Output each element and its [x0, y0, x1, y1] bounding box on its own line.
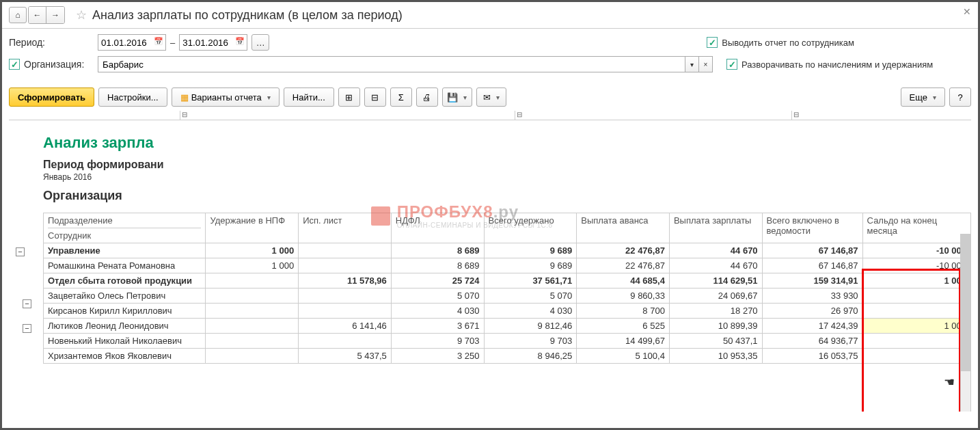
col-total-included: Всего включено в ведомости	[762, 213, 862, 243]
home-button[interactable]: ⌂	[9, 7, 27, 23]
tool-save-icon[interactable]: 💾	[442, 88, 472, 107]
help-button[interactable]: ?	[949, 88, 971, 107]
table-row[interactable]: Управление1 0008 6899 68922 476,8744 670…	[44, 243, 971, 258]
close-button[interactable]: ✕	[963, 6, 971, 17]
back-button[interactable]: ←	[29, 7, 46, 23]
settings-button[interactable]: Настройки...	[98, 88, 167, 107]
variants-label: Варианты отчета	[191, 92, 262, 103]
checkbox-expand-label: Разворачивать по начислениям и удержания…	[741, 59, 933, 70]
variants-button[interactable]: ▦Варианты отчета	[172, 88, 280, 107]
collapse-toggle[interactable]: −	[23, 324, 31, 333]
form-button[interactable]: Сформировать	[9, 88, 94, 107]
table-row[interactable]: Зацветайко Олесь Петрович5 0705 0709 860…	[44, 288, 971, 304]
report-table: ПодразделениеСотрудник Удержание в НПФ И…	[43, 213, 971, 364]
more-button[interactable]: Еще	[901, 88, 945, 107]
tool-mail-icon[interactable]: ✉	[476, 88, 506, 107]
checkbox-expand[interactable]: ✓	[726, 59, 737, 70]
tool-print-icon[interactable]: 🖨	[416, 88, 438, 107]
collapse-toggle[interactable]: −	[16, 247, 25, 256]
report-heading: Анализ зарпла	[43, 134, 971, 152]
table-row[interactable]: Ромашкина Рената Романовна1 0008 6899 68…	[44, 258, 971, 273]
col-advance: Выплата аванса	[577, 213, 670, 243]
report-org-heading: Организация	[43, 189, 971, 203]
table-row[interactable]: Отдел сбыта готовой продукции11 578,9625…	[44, 273, 971, 288]
vertical-scrollbar[interactable]	[960, 234, 971, 412]
calendar-icon[interactable]: 📅	[154, 37, 163, 46]
org-dropdown-button[interactable]: ▾	[685, 56, 699, 72]
collapse-toggle[interactable]: −	[23, 299, 31, 308]
tool-expand-icon[interactable]: ⊞	[338, 88, 360, 107]
calendar-icon[interactable]: 📅	[235, 37, 245, 46]
org-input[interactable]	[98, 56, 685, 72]
date-dash: –	[170, 38, 175, 48]
checkbox-employees[interactable]: ✓	[707, 37, 718, 48]
checkbox-org-filter[interactable]: ✓	[9, 59, 20, 70]
period-label: Период:	[9, 37, 98, 48]
org-label: Организация:	[24, 59, 98, 70]
checkbox-employees-label: Выводить отчет по сотрудникам	[722, 38, 854, 48]
favorite-star-icon[interactable]: ☆	[76, 8, 87, 23]
cursor-icon: ☚	[944, 375, 955, 390]
tool-sum-icon[interactable]: Σ	[390, 88, 412, 107]
table-row[interactable]: Новенький Николай Николаевич9 7039 70314…	[44, 334, 971, 349]
org-clear-button[interactable]: ×	[699, 56, 713, 72]
tool-collapse-icon[interactable]: ⊟	[364, 88, 386, 107]
table-row[interactable]: Лютиков Леонид Леонидович6 141,463 6719 …	[44, 319, 971, 334]
table-row[interactable]: Кирсанов Кирилл Кириллович4 0304 0308 70…	[44, 304, 971, 319]
ruler: ⊟ ⊟ ⊟	[9, 111, 971, 120]
col-salary: Выплата зарплаты	[669, 213, 762, 243]
forward-button[interactable]: →	[46, 7, 64, 23]
col-dept: ПодразделениеСотрудник	[44, 213, 206, 243]
table-row[interactable]: Хризантемов Яков Яковлевич5 437,53 2508 …	[44, 349, 971, 364]
page-title: Анализ зарплаты по сотрудникам (в целом …	[92, 8, 403, 23]
watermark: ПРОФБУХ8.ру ОНЛАЙН-СЕМИНАРЫ И ВИДЕОКУРСЫ…	[371, 202, 553, 229]
col-npf: Удержание в НПФ	[206, 213, 299, 243]
col-saldo: Сальдо на конец месяца	[862, 213, 970, 243]
report-period-text: Январь 2016	[43, 172, 971, 182]
report-subheading: Период формировани	[43, 159, 971, 171]
period-select-button[interactable]: …	[251, 34, 269, 51]
find-button[interactable]: Найти...	[284, 88, 334, 107]
